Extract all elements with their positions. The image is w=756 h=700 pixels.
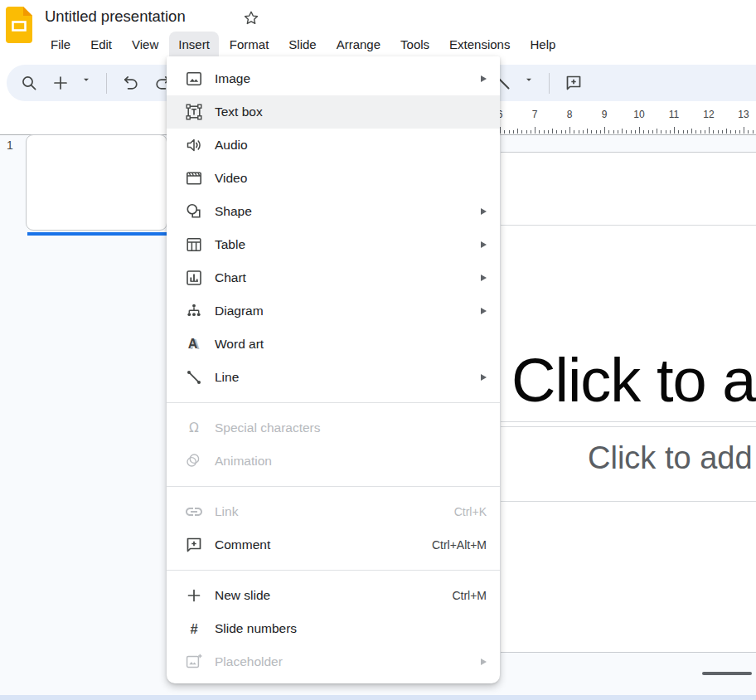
word-art-icon: AA	[184, 334, 204, 354]
ruler-tick	[535, 127, 536, 134]
menu-item-label: Text box	[215, 105, 487, 119]
submenu-arrow-icon	[481, 374, 487, 381]
ruler-tick	[639, 127, 640, 134]
presentation-title[interactable]: Untitled presentation	[45, 7, 186, 26]
ruler-tick	[683, 130, 684, 134]
caret-down-button[interactable]	[80, 70, 94, 95]
google-slides-app: Untitled presentation FileEditViewInsert…	[0, 0, 756, 700]
ruler-tick	[753, 130, 754, 134]
ruler-tick	[730, 130, 731, 134]
star-icon[interactable]	[242, 9, 260, 27]
ruler-tick	[561, 130, 562, 134]
comment-icon	[184, 535, 204, 555]
menu-item-table[interactable]: Table	[167, 228, 500, 261]
link-icon	[184, 502, 204, 522]
menubar-item-view[interactable]: View	[123, 32, 167, 56]
ruler-tick	[718, 130, 719, 134]
menu-item-new-slide[interactable]: New slideCtrl+M	[167, 579, 500, 612]
slide-canvas[interactable]: Click to add title Click to add subtitle	[501, 152, 756, 653]
menu-item-video[interactable]: Video	[167, 162, 500, 195]
menu-separator	[167, 402, 500, 403]
slides-logo[interactable]	[6, 7, 32, 43]
menu-item-shape[interactable]: Shape	[167, 195, 500, 228]
ruler-tick	[722, 130, 723, 134]
ruler-tick	[674, 127, 675, 134]
toolbar-divider	[106, 73, 107, 94]
ruler-tick	[657, 129, 657, 134]
submenu-arrow-icon	[481, 75, 487, 82]
toolbar-divider	[549, 73, 550, 94]
menu-item-text-box[interactable]: Text box	[167, 95, 500, 129]
chart-icon	[184, 268, 204, 288]
plus-icon	[51, 73, 70, 93]
subtitle-placeholder[interactable]: Click to add subtitle	[588, 440, 756, 476]
ruler-tick	[643, 130, 644, 134]
menu-item-special-characters: ΩSpecial characters	[167, 411, 500, 445]
menu-item-label: Placeholder	[215, 654, 472, 669]
placeholder-icon	[184, 652, 204, 672]
ruler-tick	[608, 130, 609, 134]
add-comment-button[interactable]	[561, 70, 586, 95]
ruler-tick	[739, 130, 740, 134]
menu-item-label: Audio	[215, 138, 487, 153]
menu-item-word-art[interactable]: AAWord art	[167, 328, 500, 361]
ruler-number: 13	[735, 109, 752, 120]
menu-item-chart[interactable]: Chart	[167, 261, 500, 294]
add-comment-icon	[564, 73, 584, 93]
plus-button[interactable]	[48, 70, 73, 95]
ruler-tick	[565, 130, 566, 134]
menubar-item-help[interactable]: Help	[521, 32, 565, 56]
image-icon	[184, 69, 204, 89]
ruler-tick	[670, 130, 671, 134]
ruler-tick	[631, 130, 632, 134]
menu-item-image[interactable]: Image	[167, 62, 500, 95]
menu-item-audio[interactable]: Audio	[167, 129, 500, 162]
menu-separator	[167, 570, 500, 571]
ruler-tick	[587, 129, 588, 134]
title-placeholder[interactable]: Click to add title	[511, 345, 756, 416]
toolbar-left-group	[17, 65, 175, 101]
menubar-item-arrange[interactable]: Arrange	[327, 32, 390, 56]
submenu-arrow-icon	[481, 275, 487, 281]
ruler-number: 12	[700, 109, 717, 120]
ruler-tick	[726, 129, 727, 134]
menubar-item-slide[interactable]: Slide	[279, 32, 325, 56]
menu-item-slide-numbers[interactable]: #Slide numbers	[167, 612, 500, 645]
menubar-item-file[interactable]: File	[41, 32, 80, 56]
menubar-item-insert[interactable]: Insert	[169, 32, 219, 56]
submenu-arrow-icon	[481, 208, 487, 215]
search-button[interactable]	[17, 70, 41, 95]
slide-thumbnail[interactable]	[26, 134, 167, 231]
menubar-item-extensions[interactable]: Extensions	[440, 32, 519, 56]
undo-button[interactable]	[119, 70, 143, 95]
menubar: FileEditViewInsertFormatSlideArrangeTool…	[41, 32, 565, 56]
ruler-tick	[591, 130, 592, 134]
menu-item-shortcut: Ctrl+M	[452, 589, 487, 602]
menu-item-shortcut: Ctrl+Alt+M	[432, 538, 487, 552]
ruler-tick	[713, 130, 714, 134]
ruler-tick	[748, 130, 749, 134]
menu-item-diagram[interactable]: Diagram	[167, 294, 500, 328]
scrollbar-handle[interactable]	[702, 672, 752, 675]
menubar-item-edit[interactable]: Edit	[81, 32, 121, 56]
ruler-tick	[618, 130, 618, 134]
toolbar-right-group	[491, 65, 586, 101]
menu-item-comment[interactable]: CommentCtrl+Alt+M	[167, 528, 500, 561]
ruler-tick	[531, 130, 531, 134]
menubar-item-tools[interactable]: Tools	[391, 32, 439, 56]
ruler-number: 10	[631, 109, 647, 120]
ruler-tick	[569, 127, 570, 134]
ruler-tick	[548, 130, 549, 134]
menubar-item-format[interactable]: Format	[220, 32, 279, 56]
ruler-tick	[539, 130, 540, 134]
caret-down-icon	[80, 73, 94, 93]
ruler-tick	[504, 130, 505, 134]
slide-number: 1	[7, 139, 13, 152]
svg-text:A: A	[188, 337, 198, 351]
caret-down-button[interactable]	[522, 70, 537, 95]
ruler-number: 7	[526, 109, 543, 120]
menu-item-line[interactable]: Line	[167, 361, 500, 394]
menu-item-label: Image	[215, 71, 472, 86]
ruler-tick	[622, 129, 623, 134]
menu-item-animation: Animation	[167, 445, 500, 478]
